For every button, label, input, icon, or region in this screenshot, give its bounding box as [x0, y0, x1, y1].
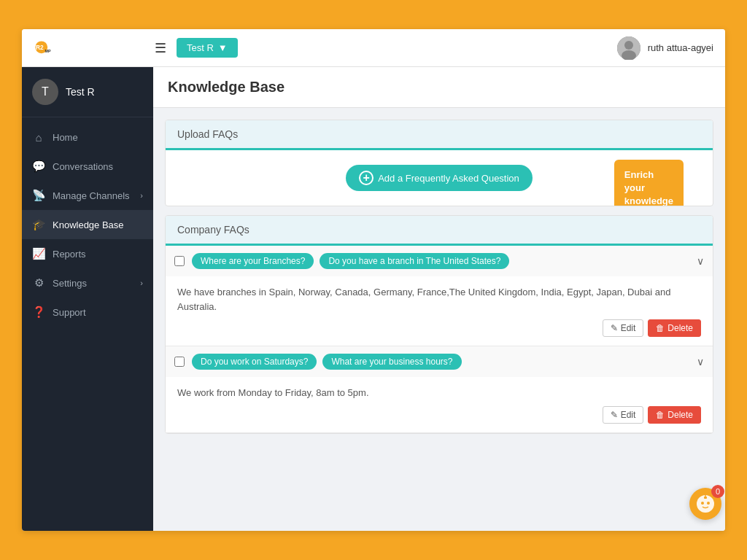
sidebar-item-label: Settings — [53, 278, 87, 289]
user-avatar — [617, 36, 640, 60]
sidebar-item-conversations[interactable]: 💬 Conversations — [22, 152, 153, 181]
hamburger-button[interactable]: ☰ — [150, 36, 171, 61]
sidebar-nav: ⌂ Home 💬 Conversations 📡 Manage Channels… — [22, 117, 153, 332]
tooltip-text: Enrich your knowledge base with question… — [624, 169, 673, 206]
reports-icon: 📈 — [32, 247, 45, 260]
trash-icon: 🗑 — [656, 323, 665, 333]
edit-button[interactable]: ✎ Edit — [603, 319, 644, 337]
svg-text:MP: MP — [45, 49, 51, 53]
sidebar-item-settings[interactable]: ⚙ Settings › — [22, 268, 153, 298]
faq-answer: We work from Monday to Friday, 8am to 5p… — [166, 377, 713, 432]
delete-label: Delete — [667, 410, 693, 420]
edit-label: Edit — [621, 323, 636, 333]
support-icon: ❓ — [32, 306, 45, 319]
top-header: R2 MP ☰ Test R ▼ ruth attua- — [22, 29, 725, 67]
faq-tag: What are your business hours? — [322, 354, 461, 370]
faq-item-header[interactable]: Do you work on Saturdays? What are your … — [166, 346, 713, 377]
faq-item-header[interactable]: Where are your Branches? Do you have a b… — [166, 246, 713, 276]
svg-point-8 — [707, 502, 710, 505]
plus-circle-icon: + — [359, 171, 374, 185]
add-faq-button[interactable]: + Add a Frequently Asked Question — [346, 165, 533, 191]
faq-answer-text: We have branches in Spain, Norway, Canad… — [177, 285, 701, 314]
faq-tag: Where are your Branches? — [192, 253, 314, 269]
chevron-right-icon: › — [140, 191, 143, 200]
faq-answer-text: We work from Monday to Friday, 8am to 5p… — [177, 386, 701, 400]
faq-actions: ✎ Edit 🗑 Delete — [177, 400, 701, 424]
home-icon: ⌂ — [32, 131, 45, 144]
sidebar-item-home[interactable]: ⌂ Home — [22, 123, 153, 152]
edit-icon: ✎ — [611, 410, 618, 420]
delete-label: Delete — [667, 323, 693, 333]
sidebar-username: Test R — [66, 86, 95, 98]
upload-section-title: Upload FAQs — [177, 128, 238, 140]
delete-button[interactable]: 🗑 Delete — [648, 406, 701, 424]
faq-item: Where are your Branches? Do you have a b… — [166, 246, 713, 346]
chat-widget[interactable]: 0 — [689, 488, 721, 520]
chevron-down-icon: ∨ — [697, 356, 704, 368]
company-faqs-title: Company FAQs — [177, 224, 249, 236]
svg-text:R2: R2 — [36, 43, 44, 50]
faq-tag: Do you work on Saturdays? — [192, 354, 317, 370]
edit-icon: ✎ — [611, 323, 618, 333]
main-content: Knowledge Base Upload FAQs + Add a Frequ… — [153, 67, 725, 531]
settings-icon: ⚙ — [32, 276, 45, 289]
app-logo: R2 MP — [34, 35, 60, 61]
sidebar-item-manage-channels[interactable]: 📡 Manage Channels › — [22, 181, 153, 210]
sidebar: T Test R ⌂ Home 💬 Conversations 📡 Manage… — [22, 67, 153, 531]
conversations-icon: 💬 — [32, 160, 45, 173]
company-faqs-header: Company FAQs — [166, 216, 713, 246]
workspace-chevron: ▼ — [218, 42, 228, 53]
sidebar-item-label: Knowledge Base — [53, 219, 124, 230]
faq-actions: ✎ Edit 🗑 Delete — [177, 314, 701, 337]
content-area: Upload FAQs + Add a Frequently Asked Que… — [153, 108, 725, 446]
edit-button[interactable]: ✎ Edit — [603, 406, 644, 424]
svg-point-4 — [624, 41, 633, 50]
manage-channels-icon: 📡 — [32, 189, 45, 202]
upload-section: Upload FAQs + Add a Frequently Asked Que… — [165, 120, 713, 206]
sidebar-item-label: Conversations — [53, 161, 113, 172]
sidebar-item-support[interactable]: ❓ Support — [22, 298, 153, 327]
company-faqs-section: Company FAQs Where are your Branches? Do… — [165, 215, 713, 434]
sidebar-item-label: Support — [53, 307, 86, 318]
sidebar-item-reports[interactable]: 📈 Reports — [22, 239, 153, 268]
faq-item: Do you work on Saturdays? What are your … — [166, 346, 713, 433]
knowledge-base-icon: 🎓 — [32, 218, 45, 231]
chat-bot-icon — [695, 494, 716, 514]
svg-rect-9 — [704, 497, 707, 499]
sidebar-avatar: T — [32, 79, 58, 105]
sidebar-user: T Test R — [22, 67, 153, 117]
upload-section-body: + Add a Frequently Asked Question Enrich… — [166, 150, 713, 206]
sidebar-item-label: Home — [53, 132, 78, 143]
chevron-down-icon: ∨ — [697, 255, 704, 267]
app-body: T Test R ⌂ Home 💬 Conversations 📡 Manage… — [22, 67, 725, 531]
faq-answer: We have branches in Spain, Norway, Canad… — [166, 276, 713, 346]
chevron-right-icon: › — [140, 279, 143, 287]
chat-widget-badge: 0 — [711, 485, 724, 498]
tooltip-box: Enrich your knowledge base with question… — [614, 160, 684, 206]
sidebar-item-label: Manage Channels — [53, 190, 130, 201]
page-title: Knowledge Base — [168, 79, 711, 96]
trash-icon: 🗑 — [656, 410, 665, 420]
edit-label: Edit — [621, 410, 636, 420]
sidebar-item-knowledge-base[interactable]: 🎓 Knowledge Base — [22, 210, 153, 239]
faq-checkbox[interactable] — [174, 357, 185, 367]
faq-tags: Do you work on Saturdays? What are your … — [192, 354, 697, 370]
add-faq-label: Add a Frequently Asked Question — [378, 173, 519, 184]
page-header: Knowledge Base — [153, 67, 725, 108]
logo-area: R2 MP — [34, 35, 150, 61]
faq-tags: Where are your Branches? Do you have a b… — [192, 253, 697, 269]
workspace-button[interactable]: Test R ▼ — [177, 38, 238, 58]
upload-section-header: Upload FAQs — [166, 120, 713, 150]
header-right: ruth attua-agyei — [617, 36, 713, 60]
sidebar-item-label: Reports — [53, 249, 86, 260]
delete-button[interactable]: 🗑 Delete — [648, 319, 701, 337]
workspace-label: Test R — [187, 42, 214, 53]
faq-tag: Do you have a branch in The United State… — [320, 253, 509, 269]
faq-checkbox[interactable] — [174, 256, 185, 266]
user-name: ruth attua-agyei — [648, 42, 713, 53]
svg-point-7 — [701, 502, 704, 505]
